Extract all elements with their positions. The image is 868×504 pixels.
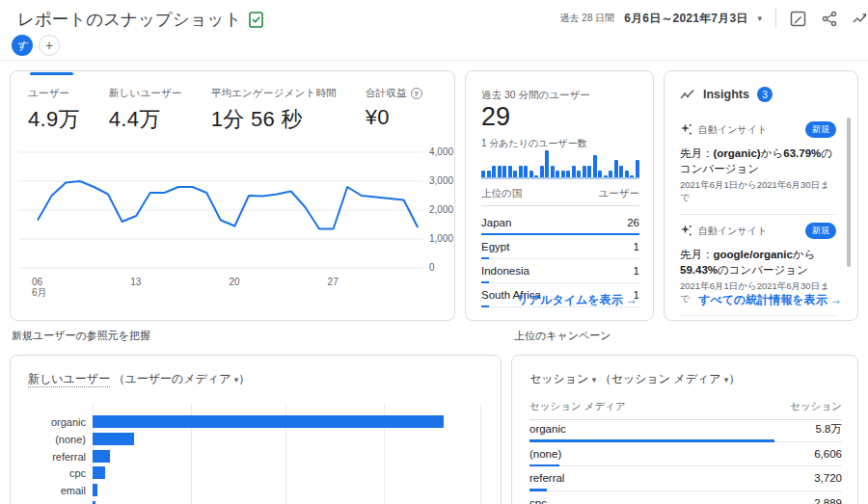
session-row[interactable]: organic5.8万 [529,417,842,442]
svg-text:2,000: 2,000 [429,204,453,215]
chevron-down-icon[interactable]: ▾ [592,375,597,385]
insights-header: Insights 3 [680,87,773,102]
insight-item[interactable]: 自動インサイト新規 [680,316,836,321]
metric[interactable]: ユーザー4.9万 [28,87,80,134]
session-row[interactable]: (none)6,606 [529,442,842,467]
bar-category-label: organic [18,416,86,428]
insights-icon[interactable] [853,11,868,27]
insight-item[interactable]: 自動インサイト新規先月：(organic)から63.79%のコンバージョン202… [680,114,836,215]
new-badge: 新規 [805,121,836,138]
medium-bar[interactable] [93,433,134,445]
minute-bar [609,171,612,177]
metric-value: 4.9万 [28,105,80,134]
add-comparison-button[interactable]: + [39,35,60,56]
overview-card: ユーザー4.9万新しいユーザー4.4万平均エンゲージメント時間1分 56 秒合計… [10,70,455,321]
metric[interactable]: 新しいユーザー4.4万 [109,87,182,134]
minute-bar [577,171,581,177]
minute-bar [524,166,528,177]
page-title-row: レポートのスナップショット [17,8,263,31]
minute-bar [614,160,618,177]
metric[interactable]: 合計収益?¥0 [366,87,422,134]
share-icon[interactable] [822,11,837,27]
comparison-row: す + [12,35,60,56]
country-row[interactable]: Egypt1 [481,235,639,259]
insight-type: 自動インサイト [698,123,800,137]
bar-category-label: cpc [18,467,86,479]
minute-bar [630,175,634,177]
minute-bar [545,150,549,177]
column-medium: セッション メディア [529,400,626,413]
arrow-right-icon: → [626,293,637,306]
date-range-value[interactable]: 6月6日～2021年7月3日 [624,11,747,27]
country-name: Indonesia [481,265,529,277]
segment-avatar[interactable]: す [12,35,33,56]
minute-bar [593,155,597,177]
svg-text:4,000: 4,000 [429,146,453,157]
view-realtime-link[interactable]: リアルタイムを表示 → [517,292,637,308]
minute-bar [572,166,576,177]
minute-bar [625,171,629,177]
session-row[interactable]: referral3,720 [529,466,842,491]
medium-bar[interactable] [93,466,105,479]
metric-label: 合計収益? [366,87,422,100]
divider [0,60,868,61]
medium-bar[interactable] [93,484,97,496]
active-tab-indicator [30,72,73,75]
report-snapshot-page: レポートのスナップショット 過去 28 日間 6月6日～2021年7月3日 ▾ … [0,0,868,504]
view-all-insights-link[interactable]: すべての統計情報を表示 → [698,292,842,308]
metric-summary-row: ユーザー4.9万新しいユーザー4.4万平均エンゲージメント時間1分 56 秒合計… [28,87,422,134]
metric-selector[interactable]: セッション [529,372,588,385]
insights-card: Insights 3 自動インサイト新規先月：(organic)から63.79%… [664,70,858,321]
bar-category-label: referral [18,451,86,463]
customize-report-icon[interactable] [790,11,806,27]
column-users: ユーザー [599,187,640,200]
column-country: 上位の国 [481,187,522,200]
metric-selector[interactable]: 新しいユーザー [28,372,110,387]
insight-date-range: 2021年6月1日から2021年6月30日まで [680,179,836,204]
minute-bar [481,171,485,177]
minute-bar [498,166,502,177]
medium-bar[interactable] [93,450,110,463]
sparkle-icon [680,225,692,237]
realtime-user-count: 29 [481,102,510,132]
session-count: 2,889 [814,497,842,504]
minute-bar [529,171,533,177]
realtime-minute-bar-chart[interactable] [481,150,639,179]
metric-label: 新しいユーザー [109,87,182,100]
country-row[interactable]: Japan26 [481,211,639,235]
country-row[interactable]: Indonesia1 [481,259,639,283]
realtime-subtitle: 1 分あたりのユーザー数 [481,137,587,150]
horizontal-bar-chart[interactable] [93,404,491,504]
country-users: 26 [627,217,639,228]
metric-label: ユーザー [28,87,80,100]
session-count: 3,720 [814,472,842,484]
session-row[interactable]: cpc2,889 [529,491,842,504]
minute-bar [556,171,559,177]
new-badge: 新規 [805,223,836,239]
country-bar [481,305,489,308]
column-sessions: セッション [790,400,842,413]
medium-bar[interactable] [93,415,444,428]
minute-bar [583,166,586,177]
chevron-down-icon[interactable]: ▾ [757,13,762,23]
minute-bar [487,171,491,177]
svg-text:3,000: 3,000 [429,175,453,186]
country-name: Egypt [481,241,509,252]
metric[interactable]: 平均エンゲージメント時間1分 56 秒 [211,87,337,134]
help-icon[interactable]: ? [411,88,422,99]
insights-count-badge: 3 [757,87,773,102]
saved-report-check-icon [249,12,263,28]
minute-bar [598,171,602,177]
minute-bar [540,166,544,177]
sessions-by-medium-card: セッション ▾ （セッション メディア ▾） セッション メディア セッション … [511,355,858,504]
insights-list: 自動インサイト新規先月：(organic)から63.79%のコンバージョン202… [680,114,836,321]
date-range-label: 過去 28 日間 [560,12,615,25]
users-line-chart[interactable]: 4,0003,0002,0001,0000066月132027 [11,144,454,309]
scrollbar[interactable] [847,118,851,267]
header-actions: 過去 28 日間 6月6日～2021年7月3日 ▾ [560,9,860,28]
svg-text:20: 20 [229,277,240,287]
divider [775,9,776,28]
sparkle-icon [680,123,692,136]
session-medium: referral [529,472,564,484]
session-medium: cpc [529,497,547,504]
